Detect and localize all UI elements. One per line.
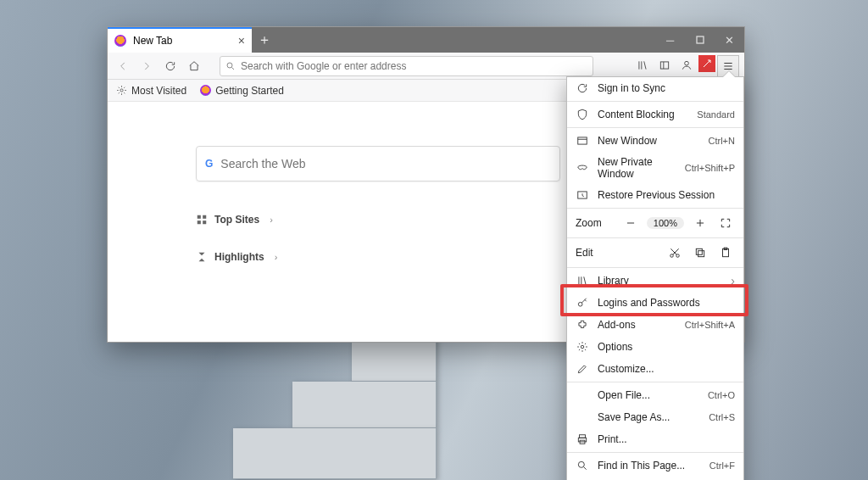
library-icon[interactable] <box>632 55 653 75</box>
close-tab-icon[interactable]: × <box>238 34 245 47</box>
menu-restore-session[interactable]: Restore Previous Session <box>567 184 743 206</box>
menu-open-file[interactable]: Open File... Ctrl+O <box>567 384 743 406</box>
svg-rect-14 <box>696 248 702 254</box>
svg-point-22 <box>578 461 584 467</box>
sidebar-icon[interactable] <box>654 55 675 75</box>
new-tab-button[interactable]: ＋ <box>252 27 277 53</box>
library-icon <box>576 275 589 287</box>
cut-button[interactable] <box>665 244 684 261</box>
reload-button[interactable] <box>160 56 181 76</box>
svg-point-4 <box>120 89 123 92</box>
svg-rect-0 <box>697 36 704 43</box>
back-button[interactable] <box>113 56 133 76</box>
svg-point-3 <box>685 61 689 65</box>
edit-label: Edit <box>576 247 659 259</box>
chevron-right-icon: › <box>275 252 278 262</box>
address-input[interactable] <box>241 60 587 72</box>
address-bar[interactable] <box>220 56 593 76</box>
puzzle-icon <box>576 319 589 331</box>
firefox-icon <box>200 85 211 96</box>
account-icon[interactable] <box>676 55 697 75</box>
svg-rect-2 <box>660 61 668 68</box>
sync-icon <box>576 82 589 94</box>
restore-icon <box>576 189 589 201</box>
gear-icon <box>576 341 589 353</box>
minimize-button[interactable]: ─ <box>655 27 685 53</box>
chevron-right-icon: › <box>270 215 273 225</box>
svg-rect-7 <box>198 220 201 224</box>
search-icon <box>576 460 589 472</box>
zoom-in-button[interactable] <box>691 215 709 232</box>
menu-content-blocking[interactable]: Content Blocking Standard <box>567 103 743 126</box>
highlights-icon <box>196 251 208 263</box>
svg-rect-6 <box>203 215 206 219</box>
bookmark-getting-started[interactable]: Getting Started <box>200 85 284 97</box>
chevron-right-icon: › <box>731 274 735 287</box>
zoom-value[interactable]: 100% <box>647 217 684 229</box>
svg-rect-19 <box>580 435 586 438</box>
search-icon <box>225 61 236 71</box>
paste-button[interactable] <box>716 244 735 261</box>
menu-customize[interactable]: Customize... <box>567 358 743 380</box>
app-menu-panel: Sign in to Sync Content Blocking Standar… <box>566 76 744 480</box>
bookmark-most-visited[interactable]: Most Visited <box>116 85 186 97</box>
menu-new-private-window[interactable]: New Private Window Ctrl+Shift+P <box>567 152 743 184</box>
maximize-button[interactable] <box>685 27 715 53</box>
tab-title: New Tab <box>133 35 172 47</box>
gear-icon <box>116 85 127 96</box>
close-window-button[interactable]: ✕ <box>715 27 744 53</box>
key-icon <box>576 297 589 309</box>
svg-rect-5 <box>198 215 201 219</box>
window-controls: ─ ✕ <box>655 27 744 53</box>
fullscreen-button[interactable] <box>716 215 735 232</box>
extension-red-icon[interactable] <box>698 55 715 72</box>
svg-rect-9 <box>578 137 587 144</box>
menu-arrow-icon <box>723 71 735 77</box>
menu-print[interactable]: Print... <box>567 428 743 450</box>
section-title: Highlights <box>214 251 264 263</box>
menu-zoom-row: Zoom 100% <box>567 210 743 236</box>
firefox-favicon-icon <box>114 35 126 47</box>
google-logo-icon: G <box>205 158 212 170</box>
svg-rect-13 <box>698 251 704 257</box>
paintbrush-icon <box>576 363 589 375</box>
svg-rect-8 <box>203 220 206 224</box>
svg-point-1 <box>227 63 232 68</box>
tab-strip: New Tab × ＋ ─ ✕ <box>108 27 744 53</box>
svg-point-18 <box>581 345 584 349</box>
newtab-search-input[interactable] <box>220 157 551 170</box>
copy-button[interactable] <box>691 244 709 261</box>
tab-newtab[interactable]: New Tab × <box>108 27 252 53</box>
printer-icon <box>576 433 589 445</box>
section-title: Top Sites <box>214 214 259 226</box>
menu-edit-row: Edit <box>567 240 743 265</box>
menu-new-window[interactable]: New Window Ctrl+N <box>567 130 743 152</box>
svg-point-17 <box>578 302 582 306</box>
menu-sign-in-sync[interactable]: Sign in to Sync <box>567 77 743 99</box>
mask-icon <box>576 162 589 174</box>
shield-icon <box>576 109 589 120</box>
window-icon <box>576 135 589 147</box>
zoom-out-button[interactable] <box>621 215 640 232</box>
zoom-label: Zoom <box>576 217 615 229</box>
menu-library[interactable]: Library › <box>567 270 743 292</box>
grid-icon <box>196 214 208 226</box>
bookmark-label: Most Visited <box>131 85 186 97</box>
menu-logins[interactable]: Logins and Passwords <box>567 292 743 314</box>
menu-save-page[interactable]: Save Page As... Ctrl+S <box>567 406 743 428</box>
home-button[interactable] <box>184 56 204 76</box>
menu-options[interactable]: Options <box>567 336 743 358</box>
menu-find[interactable]: Find in This Page... Ctrl+F <box>567 455 743 477</box>
newtab-search[interactable]: G <box>196 146 560 181</box>
wallpaper-stairs <box>208 335 572 479</box>
menu-addons[interactable]: Add-ons Ctrl+Shift+A <box>567 314 743 336</box>
bookmark-label: Getting Started <box>215 85 284 97</box>
menu-more[interactable]: More › <box>567 477 743 480</box>
forward-button[interactable] <box>136 56 157 76</box>
